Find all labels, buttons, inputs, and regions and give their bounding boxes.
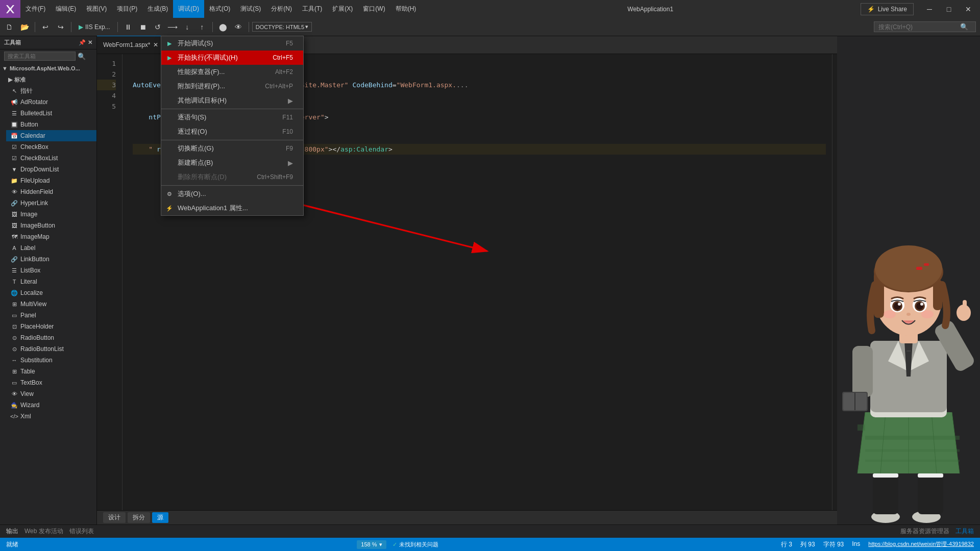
debug-step-in[interactable]: ↓ <box>180 20 194 34</box>
new-project-btn[interactable]: 🗋 <box>2 20 16 34</box>
menu-edit[interactable]: 编辑(E) <box>51 0 81 18</box>
menu-attach-process[interactable]: 附加到进程(P)... Ctrl+Alt+P <box>161 79 303 93</box>
toolbox-item-wizard[interactable]: 🧙Wizard <box>6 399 96 411</box>
doctype-dropdown[interactable]: DOCTYPE: HTML5 ▾ <box>252 22 312 32</box>
menu-start-nodebug[interactable]: ▶ 开始执行(不调试)(H) Ctrl+F5 <box>161 51 303 65</box>
search-input[interactable] <box>878 23 960 31</box>
bottom-tab-output[interactable]: 输出 <box>6 527 18 536</box>
tab-close-icon[interactable]: ✕ <box>153 41 158 48</box>
menu-extensions[interactable]: 扩展(X) <box>327 0 358 18</box>
toolbox-item-label[interactable]: ALabel <box>6 242 96 254</box>
tree-section-standard[interactable]: ▶ 标准 <box>6 74 96 85</box>
toolbox-item-dropdownlist[interactable]: ▼DropDownList <box>6 164 96 175</box>
toolbox-item-placeholder[interactable]: ⊡PlaceHolder <box>6 321 96 332</box>
close-button[interactable]: ✕ <box>961 4 976 14</box>
minimize-button[interactable]: ─ <box>922 4 937 14</box>
bottom-tab-web-publish[interactable]: Web 发布活动 <box>24 527 63 536</box>
toolbox-item-multiview[interactable]: ⊞MultiView <box>6 298 96 310</box>
toolbox-item-listbox[interactable]: ☰ListBox <box>6 265 96 276</box>
toolbox-item-view[interactable]: 👁View <box>6 388 96 399</box>
menu-options[interactable]: ⚙ 选项(O)... <box>161 187 303 201</box>
bottom-tab-errors[interactable]: 错误列表 <box>69 527 94 536</box>
editor-scrollbar[interactable] <box>832 54 837 510</box>
toolbox-item-adrotator[interactable]: 📢AdRotator <box>6 96 96 108</box>
menu-step-over[interactable]: 逐语句(S) F11 <box>161 110 303 124</box>
toolbox-item-checkbox[interactable]: ☑CheckBox <box>6 141 96 153</box>
debug-step-out[interactable]: ↑ <box>195 20 209 34</box>
toolbox-item-xml[interactable]: </>Xml <box>6 411 96 422</box>
options-label: 选项(O)... <box>178 189 206 198</box>
menu-view[interactable]: 视图(V) <box>81 0 112 18</box>
menu-perf-profiler[interactable]: 性能探查器(F)... Alt+F2 <box>161 65 303 79</box>
toolbox-item-imagebutton[interactable]: 🖼ImageButton <box>6 220 96 231</box>
view-design-tab[interactable]: 设计 <box>103 512 126 523</box>
menu-new-bp[interactable]: 新建断点(B) ▶ <box>161 156 303 170</box>
toolbox-item-panel[interactable]: ▭Panel <box>6 310 96 321</box>
toolbox-item-fileupload[interactable]: 📁FileUpload <box>6 175 96 186</box>
url-link[interactable]: https://blog.csdn.net/weixin管理-43919832 <box>868 540 974 549</box>
sidebar-search-input[interactable] <box>4 52 76 61</box>
breakpoint-btn[interactable]: ⬤ <box>216 20 230 34</box>
toolbox-link[interactable]: 工具箱 <box>955 527 974 536</box>
menu-other-targets[interactable]: 其他调试目标(H) ▶ <box>161 93 303 108</box>
menu-help[interactable]: 帮助(H) <box>390 0 422 18</box>
open-btn[interactable]: 📂 <box>17 20 32 34</box>
search-toolbar[interactable]: 🔍 <box>874 21 976 32</box>
toolbox-item-checkboxlist[interactable]: ☑CheckBoxList <box>6 153 96 164</box>
toolbox-item-table[interactable]: ⊞Table <box>6 366 96 377</box>
toolbox-item-textbox[interactable]: ▭TextBox <box>6 377 96 388</box>
toolbox-item-image[interactable]: 🖼Image <box>6 209 96 220</box>
new-bp-arrow: ▶ <box>288 159 293 167</box>
svg-rect-39 <box>916 267 922 270</box>
zoom-indicator[interactable]: 158 % ▾ <box>357 540 386 549</box>
other-targets-label: 其他调试目标(H) <box>178 96 227 105</box>
ins-indicator: Ins <box>852 540 860 549</box>
menu-start-debug[interactable]: ▶ 开始调试(S) F5 <box>161 36 303 51</box>
menu-format[interactable]: 格式(O) <box>204 0 235 18</box>
view-split-tab[interactable]: 拆分 <box>128 512 150 523</box>
toolbox-item-hiddenfield[interactable]: 👁HiddenField <box>6 186 96 197</box>
debug-step-over[interactable]: ⟶ <box>165 20 180 34</box>
maximize-button[interactable]: □ <box>941 4 957 14</box>
live-share-button[interactable]: ⚡ Live Share <box>861 3 914 15</box>
step-over-label: 逐语句(S) <box>178 113 206 122</box>
menu-tools[interactable]: 工具(T) <box>297 0 327 18</box>
debug-pause[interactable]: ⏸ <box>121 20 135 34</box>
pin-icon[interactable]: 📌 <box>79 39 86 46</box>
menu-debug[interactable]: 调试(D) <box>173 0 204 18</box>
toolbox-item-radiobuttonlist[interactable]: ⊙RadioButtonList <box>6 343 96 355</box>
toolbox-item-substitution[interactable]: ↔Substitution <box>6 355 96 366</box>
toolbox-item-calendar[interactable]: 📅Calendar <box>6 130 96 141</box>
redo-btn[interactable]: ↪ <box>54 20 68 34</box>
view-source-tab[interactable]: 源 <box>152 512 168 523</box>
toolbox-item-imagemap[interactable]: 🗺ImageMap <box>6 231 96 242</box>
menu-webapp-props[interactable]: ⚡ WebApplication1 属性... <box>161 201 303 215</box>
menu-file[interactable]: 文件(F) <box>20 0 51 18</box>
menu-analyze[interactable]: 分析(N) <box>266 0 297 18</box>
toolbox-item-button[interactable]: 🔲Button <box>6 119 96 130</box>
debug-dropdown-menu[interactable]: ▶ 开始调试(S) F5 ▶ 开始执行(不调试)(H) Ctrl+F5 性能探查… <box>161 36 304 216</box>
toolbox-item-linkbutton[interactable]: 🔗LinkButton <box>6 254 96 265</box>
close-sidebar-icon[interactable]: ✕ <box>88 39 92 46</box>
menu-project[interactable]: 项目(P) <box>112 0 142 18</box>
tab-webform[interactable]: WebForm1.aspx* ✕ <box>97 36 165 54</box>
menu-build[interactable]: 生成(B) <box>142 0 173 18</box>
menu-test[interactable]: 测试(S) <box>235 0 266 18</box>
menu-window[interactable]: 窗口(W) <box>358 0 390 18</box>
watch-btn[interactable]: 👁 <box>231 20 246 34</box>
item-icon-checkboxlist: ☑ <box>10 154 18 162</box>
toolbox-item-radiobutton[interactable]: ⊙RadioButton <box>6 332 96 343</box>
item-label: Xml <box>20 413 31 420</box>
menu-step-into[interactable]: 逐过程(O) F10 <box>161 124 303 139</box>
debug-restart[interactable]: ↺ <box>151 20 165 34</box>
tree-section-aspnet[interactable]: ▼ Microsoft.AspNet.Web.O... <box>0 63 96 74</box>
toolbox-item-hyperlink[interactable]: 🔗HyperLink <box>6 197 96 209</box>
toolbox-item-literal[interactable]: TLiteral <box>6 276 96 287</box>
toolbox-item-bulletedlist[interactable]: ☰BulletedList <box>6 108 96 119</box>
toolbox-item-指针[interactable]: ↖指针 <box>6 85 96 96</box>
menu-toggle-bp[interactable]: 切换断点(G) F9 <box>161 141 303 156</box>
undo-btn[interactable]: ↩ <box>38 20 53 34</box>
run-button[interactable]: ▶ IIS Exp... <box>75 22 114 32</box>
debug-stop[interactable]: ⏹ <box>136 20 150 34</box>
toolbox-item-localize[interactable]: 🌐Localize <box>6 287 96 298</box>
